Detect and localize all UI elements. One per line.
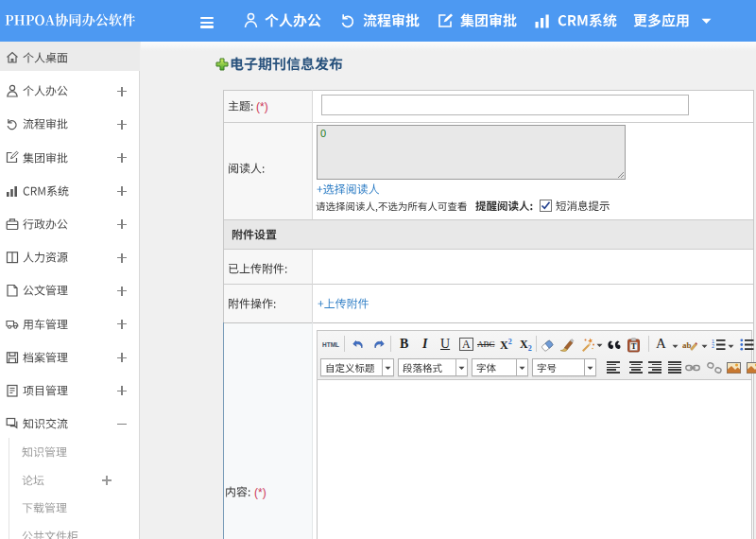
- svg-text:2: 2: [712, 343, 714, 349]
- svg-text:T: T: [631, 341, 637, 351]
- svg-text:ab: ab: [682, 340, 692, 350]
